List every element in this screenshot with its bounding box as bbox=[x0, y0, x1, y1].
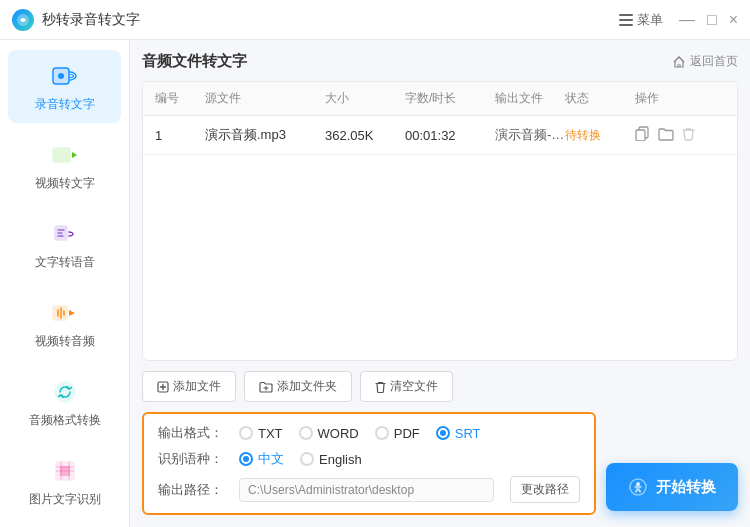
col-duration: 字数/时长 bbox=[405, 90, 495, 107]
sidebar-item-label-audio-convert: 音频格式转换 bbox=[29, 412, 101, 429]
language-row: 识别语种： 中文 English bbox=[158, 450, 580, 468]
format-srt[interactable]: SRT bbox=[436, 426, 481, 441]
sidebar-item-audio-to-text[interactable]: 录音转文字 bbox=[8, 50, 121, 123]
sidebar-item-video-to-text[interactable]: 视频转文字 bbox=[8, 129, 121, 202]
row-output: 演示音频-秒转录音转文字... bbox=[495, 126, 565, 144]
start-button-container: 开始转换 bbox=[606, 412, 738, 515]
lang-english[interactable]: English bbox=[300, 452, 362, 467]
file-table: 编号 源文件 大小 字数/时长 输出文件 状态 操作 1 演示音频.mp3 36… bbox=[142, 81, 738, 361]
path-input[interactable] bbox=[239, 478, 494, 502]
sidebar-item-ocr[interactable]: 图片文字识别 bbox=[8, 445, 121, 518]
format-label: 输出格式： bbox=[158, 424, 223, 442]
table-header: 编号 源文件 大小 字数/时长 输出文件 状态 操作 bbox=[143, 82, 737, 116]
sidebar-item-label-video-to-text: 视频转文字 bbox=[35, 175, 95, 192]
app-title: 秒转录音转文字 bbox=[42, 11, 140, 29]
lang-english-radio bbox=[300, 452, 314, 466]
content-area: 音频文件转文字 返回首页 编号 源文件 大小 字数/时长 输出文件 状态 操作 bbox=[130, 40, 750, 527]
format-srt-label: SRT bbox=[455, 426, 481, 441]
svg-rect-10 bbox=[53, 306, 67, 320]
lang-chinese-radio bbox=[239, 452, 253, 466]
svg-rect-2 bbox=[619, 19, 633, 21]
add-file-icon bbox=[157, 381, 169, 393]
folder-button[interactable] bbox=[658, 127, 674, 144]
svg-rect-7 bbox=[53, 148, 70, 162]
content-header: 音频文件转文字 返回首页 bbox=[142, 52, 738, 71]
window-controls: — □ × bbox=[679, 12, 738, 28]
start-icon bbox=[628, 477, 648, 497]
row-size: 362.05K bbox=[325, 128, 405, 143]
format-txt-radio bbox=[239, 426, 253, 440]
title-bar-left: 秒转录音转文字 bbox=[12, 9, 140, 31]
row-status: 待转换 bbox=[565, 127, 635, 144]
format-pdf-radio bbox=[375, 426, 389, 440]
sidebar-item-text-to-speech[interactable]: 文字转语音 bbox=[8, 208, 121, 281]
row-id: 1 bbox=[155, 128, 205, 143]
ocr-icon bbox=[49, 455, 81, 487]
start-convert-button[interactable]: 开始转换 bbox=[606, 463, 738, 511]
add-folder-icon bbox=[259, 381, 273, 393]
clear-files-button[interactable]: 清空文件 bbox=[360, 371, 453, 402]
col-status: 状态 bbox=[565, 90, 635, 107]
clear-icon bbox=[375, 381, 386, 393]
row-duration: 00:01:32 bbox=[405, 128, 495, 143]
format-radio-group: TXT WORD PDF SRT bbox=[239, 426, 481, 441]
format-word-label: WORD bbox=[318, 426, 359, 441]
home-link[interactable]: 返回首页 bbox=[672, 53, 738, 70]
format-word-radio bbox=[299, 426, 313, 440]
format-word[interactable]: WORD bbox=[299, 426, 359, 441]
bottom-area: 输出格式： TXT WORD PDF bbox=[142, 412, 738, 515]
action-buttons bbox=[635, 126, 725, 144]
sidebar-item-label-audio-to-text: 录音转文字 bbox=[35, 96, 95, 113]
text-to-speech-icon bbox=[49, 218, 81, 250]
settings-panel: 输出格式： TXT WORD PDF bbox=[142, 412, 596, 515]
lang-chinese-label: 中文 bbox=[258, 450, 284, 468]
svg-point-6 bbox=[58, 73, 64, 79]
format-pdf-label: PDF bbox=[394, 426, 420, 441]
path-label: 输出路径： bbox=[158, 481, 223, 499]
col-source: 源文件 bbox=[205, 90, 325, 107]
video-to-text-icon bbox=[49, 139, 81, 171]
lang-chinese[interactable]: 中文 bbox=[239, 450, 284, 468]
svg-rect-20 bbox=[677, 64, 681, 67]
app-icon bbox=[12, 9, 34, 31]
lang-english-label: English bbox=[319, 452, 362, 467]
delete-button[interactable] bbox=[682, 127, 695, 144]
row-source: 演示音频.mp3 bbox=[205, 126, 325, 144]
sidebar: 录音转文字 视频转文字 文字转语音 bbox=[0, 40, 130, 527]
language-radio-group: 中文 English bbox=[239, 450, 362, 468]
sidebar-item-label-text-to-speech: 文字转语音 bbox=[35, 254, 95, 271]
menu-button[interactable]: 菜单 bbox=[619, 11, 663, 29]
format-pdf[interactable]: PDF bbox=[375, 426, 420, 441]
sidebar-item-video-to-audio[interactable]: 视频转音频 bbox=[8, 287, 121, 360]
add-file-button[interactable]: 添加文件 bbox=[142, 371, 236, 402]
title-bar-right: 菜单 — □ × bbox=[619, 11, 738, 29]
col-output: 输出文件 bbox=[495, 90, 565, 107]
col-id: 编号 bbox=[155, 90, 205, 107]
svg-rect-3 bbox=[619, 24, 633, 26]
language-label: 识别语种： bbox=[158, 450, 223, 468]
video-to-audio-icon bbox=[49, 297, 81, 329]
sidebar-item-label-video-to-audio: 视频转音频 bbox=[35, 333, 95, 350]
format-txt[interactable]: TXT bbox=[239, 426, 283, 441]
sidebar-item-audio-convert[interactable]: 音频格式转换 bbox=[8, 366, 121, 439]
maximize-button[interactable]: □ bbox=[707, 12, 717, 28]
svg-point-12 bbox=[55, 382, 75, 402]
bottom-toolbar: 添加文件 添加文件夹 清空文件 bbox=[142, 371, 738, 402]
minimize-button[interactable]: — bbox=[679, 12, 695, 28]
copy-button[interactable] bbox=[635, 126, 650, 144]
content-title: 音频文件转文字 bbox=[142, 52, 247, 71]
col-actions: 操作 bbox=[635, 90, 725, 107]
svg-marker-8 bbox=[72, 152, 77, 158]
sidebar-item-label-ocr: 图片文字识别 bbox=[29, 491, 101, 508]
format-txt-label: TXT bbox=[258, 426, 283, 441]
svg-rect-1 bbox=[619, 14, 633, 16]
svg-marker-11 bbox=[69, 310, 75, 316]
change-path-button[interactable]: 更改路径 bbox=[510, 476, 580, 503]
close-button[interactable]: × bbox=[729, 12, 738, 28]
format-srt-radio bbox=[436, 426, 450, 440]
audio-convert-icon bbox=[49, 376, 81, 408]
table-row: 1 演示音频.mp3 362.05K 00:01:32 演示音频-秒转录音转文字… bbox=[143, 116, 737, 155]
title-bar: 秒转录音转文字 菜单 — □ × bbox=[0, 0, 750, 40]
add-folder-button[interactable]: 添加文件夹 bbox=[244, 371, 352, 402]
svg-rect-14 bbox=[60, 466, 70, 476]
